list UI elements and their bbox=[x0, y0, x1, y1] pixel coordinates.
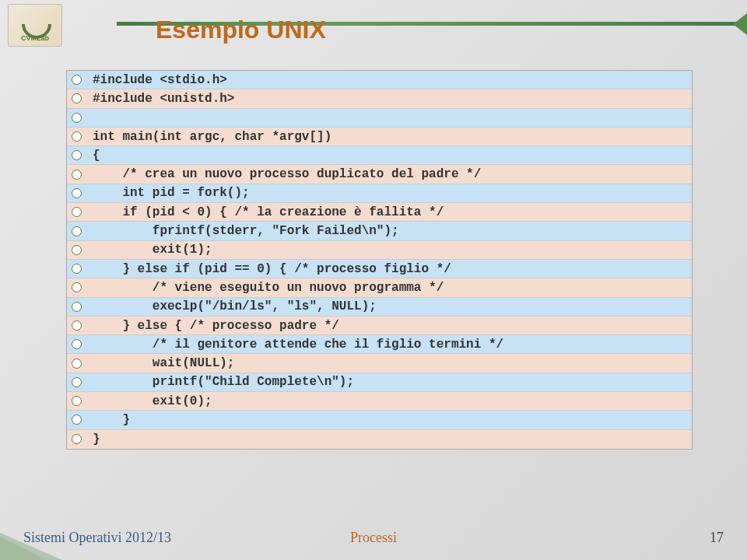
code-text: } bbox=[93, 432, 100, 446]
code-text: #include <stdio.h> bbox=[93, 73, 227, 87]
code-text: #include <unistd.h> bbox=[93, 92, 234, 106]
code-line: exit(0); bbox=[67, 392, 692, 411]
code-line: execlp("/bin/ls", "ls", NULL); bbox=[67, 298, 692, 317]
bullet-icon bbox=[72, 150, 82, 160]
code-text: exit(1); bbox=[93, 243, 212, 257]
logo-swirl-icon bbox=[22, 9, 49, 33]
slide-title: Esempio UNIX bbox=[156, 16, 326, 44]
code-text: /* il genitore attende che il figlio ter… bbox=[93, 338, 503, 352]
code-text: printf("Child Complete\n"); bbox=[93, 375, 354, 389]
bullet-icon bbox=[72, 207, 82, 217]
code-line: wait(NULL); bbox=[67, 354, 692, 373]
code-line: /* viene eseguito un nuovo programma */ bbox=[67, 278, 692, 297]
code-text: /* crea un nuovo processo duplicato del … bbox=[93, 167, 481, 181]
bullet-icon bbox=[72, 264, 82, 274]
code-text: } else { /* processo padre */ bbox=[93, 319, 339, 333]
code-line: int main(int argc, char *argv[]) bbox=[67, 128, 692, 146]
code-line: { bbox=[67, 146, 692, 165]
bullet-icon bbox=[72, 434, 82, 444]
code-block: #include <stdio.h>#include <unistd.h>int… bbox=[66, 70, 693, 450]
bullet-icon bbox=[72, 396, 82, 406]
code-text: wait(NULL); bbox=[93, 356, 234, 370]
code-line: printf("Child Complete\n"); bbox=[67, 373, 692, 392]
code-text: { bbox=[93, 149, 100, 163]
code-text: if (pid < 0) { /* la creazione è fallita… bbox=[93, 205, 444, 219]
code-line bbox=[67, 109, 692, 128]
footer-course: Sistemi Operativi 2012/13 bbox=[23, 530, 171, 546]
code-text: int pid = fork(); bbox=[93, 186, 250, 200]
code-line: if (pid < 0) { /* la creazione è fallita… bbox=[67, 203, 692, 222]
bullet-icon bbox=[72, 170, 82, 180]
bullet-icon bbox=[72, 377, 82, 387]
code-line: #include <unistd.h> bbox=[67, 89, 692, 108]
code-text: exit(0); bbox=[93, 394, 212, 408]
code-text: } bbox=[93, 413, 130, 427]
bullet-icon bbox=[72, 131, 82, 142]
bullet-icon bbox=[72, 75, 82, 85]
bullet-icon bbox=[72, 188, 82, 198]
code-text: execlp("/bin/ls", "ls", NULL); bbox=[93, 299, 377, 313]
code-line: } bbox=[67, 430, 692, 449]
slide-footer: Sistemi Operativi 2012/13 Processi 17 bbox=[23, 530, 724, 546]
code-line: exit(1); bbox=[67, 241, 692, 260]
bullet-icon bbox=[72, 339, 82, 349]
code-line: #include <stdio.h> bbox=[67, 71, 692, 89]
code-line: } else if (pid == 0) { /* processo figli… bbox=[67, 260, 692, 278]
code-line: int pid = fork(); bbox=[67, 184, 692, 203]
code-line: } else { /* processo padre */ bbox=[67, 317, 692, 335]
code-text: fprintf(stderr, "Fork Failed\n"); bbox=[93, 224, 399, 238]
code-line: } bbox=[67, 411, 692, 429]
code-line: fprintf(stderr, "Fork Failed\n"); bbox=[67, 222, 692, 240]
bullet-icon bbox=[72, 415, 82, 425]
code-text: int main(int argc, char *argv[]) bbox=[93, 130, 331, 144]
slide-header: CVMLab bbox=[0, 0, 747, 47]
code-line: /* il genitore attende che il figlio ter… bbox=[67, 335, 692, 354]
bullet-icon bbox=[72, 282, 82, 292]
code-text: } else if (pid == 0) { /* processo figli… bbox=[93, 262, 451, 276]
footer-page-number: 17 bbox=[710, 530, 724, 546]
bullet-icon bbox=[72, 359, 82, 369]
logo: CVMLab bbox=[8, 4, 62, 47]
bullet-icon bbox=[72, 226, 82, 236]
bullet-icon bbox=[72, 245, 82, 255]
code-text: /* viene eseguito un nuovo programma */ bbox=[93, 281, 444, 295]
code-line: /* crea un nuovo processo duplicato del … bbox=[67, 165, 692, 184]
footer-topic: Processi bbox=[350, 530, 397, 546]
bullet-icon bbox=[72, 93, 82, 103]
bullet-icon bbox=[72, 302, 82, 312]
bullet-icon bbox=[72, 320, 82, 331]
bullet-icon bbox=[72, 113, 82, 123]
